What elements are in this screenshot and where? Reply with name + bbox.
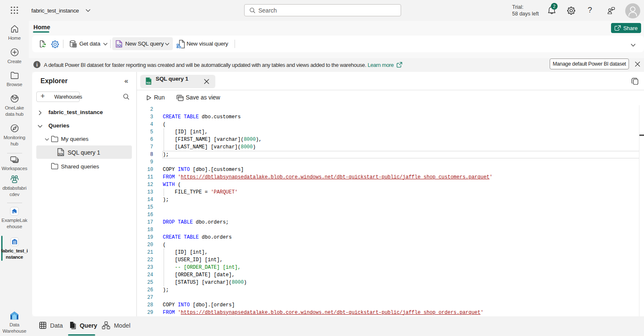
svg-text:SQL: SQL bbox=[146, 81, 152, 84]
svg-text:SQL: SQL bbox=[58, 153, 64, 156]
svg-text:SQL: SQL bbox=[116, 44, 122, 47]
